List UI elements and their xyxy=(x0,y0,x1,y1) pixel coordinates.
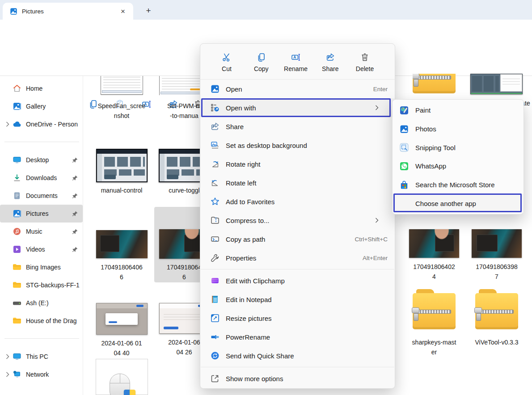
menu-item-rotate-left[interactable]: Rotate left xyxy=(200,173,395,192)
snipping-tool-icon xyxy=(399,143,409,152)
file-remap-2024-01-06-01-04-40[interactable]: 2024-01-06 01 04 40 xyxy=(93,303,151,358)
pin-icon xyxy=(70,228,79,235)
cut-quick-action[interactable]: Cut xyxy=(212,48,241,76)
quick-action-label: Rename xyxy=(284,65,308,72)
file-label: SpeedFan_scree xyxy=(98,101,146,111)
menu-item-open[interactable]: Open Enter xyxy=(200,80,395,98)
menu-item-show-more-options[interactable]: Show more options xyxy=(200,369,395,388)
sidebar-item-pictures[interactable]: Pictures xyxy=(0,205,83,223)
quick-action-label: Copy xyxy=(254,65,269,72)
new-tab-button[interactable]: + xyxy=(142,4,155,17)
delete-quick-action[interactable]: Delete xyxy=(350,48,380,76)
rotate-left-icon xyxy=(210,178,220,188)
file-screenshot-partial[interactable] xyxy=(469,74,523,94)
submenu-item-snipping-tool[interactable]: Snipping Tool xyxy=(393,138,524,157)
file-label: sharpkeys-mast xyxy=(412,337,456,347)
chevron-expand-icon[interactable] xyxy=(6,372,9,377)
star-icon xyxy=(210,197,220,206)
menu-divider xyxy=(201,269,394,269)
close-icon[interactable]: × xyxy=(118,7,128,16)
file-label: 170491806402 xyxy=(413,262,455,272)
copy-icon xyxy=(256,52,266,62)
submenu-item-photos[interactable]: Photos xyxy=(393,120,524,139)
file-photo-1704918063987[interactable]: 170491806398 7 xyxy=(468,229,526,282)
menu-item-send-with-quick-share[interactable]: Send with Quick Share xyxy=(200,346,395,365)
sidebar-item-documents[interactable]: Documents xyxy=(0,187,83,205)
file-label: 4 xyxy=(413,272,455,282)
sidebar-item-gallery[interactable]: Gallery xyxy=(0,97,83,115)
file-manual-control[interactable]: manual-control xyxy=(93,149,151,195)
file-zip-partial[interactable] xyxy=(413,74,456,95)
file-label: 170491806406 xyxy=(101,262,142,272)
store-icon xyxy=(399,180,409,190)
pin-icon xyxy=(70,210,79,217)
menu-item-share[interactable]: Share xyxy=(200,117,395,136)
plus-icon: + xyxy=(146,6,151,16)
chevron-expand-icon[interactable] xyxy=(6,354,9,359)
sidebar-item-music[interactable]: Music xyxy=(0,223,83,240)
tab-bar: Pictures × + xyxy=(0,0,532,20)
sidebar-item-downloads[interactable]: Downloads xyxy=(0,169,83,187)
sidebar-item-this-pc[interactable]: This PC xyxy=(0,348,83,366)
file-photo-1704918064066[interactable]: 170491806406 6 xyxy=(93,230,151,282)
tab-title: Pictures xyxy=(22,8,118,15)
menu-item-properties[interactable]: Properties Alt+Enter xyxy=(200,248,395,267)
menu-item-copy-as-path[interactable]: Copy as path Ctrl+Shift+C xyxy=(200,230,395,248)
home-icon xyxy=(13,84,21,93)
sidebar-item-network[interactable]: Network xyxy=(0,366,83,383)
clipchamp-icon xyxy=(210,276,220,286)
sidebar-item-desktop[interactable]: Desktop xyxy=(0,151,83,169)
sidebar-item-onedrive[interactable]: OneDrive - Person xyxy=(0,115,83,133)
sidebar-item-ash-drive[interactable]: Ash (E:) xyxy=(0,294,83,312)
sidebar-item-stg-backups[interactable]: STG-backups-FF-1 xyxy=(0,276,83,294)
menu-item-edit-with-clipchamp[interactable]: Edit with Clipchamp xyxy=(200,271,395,290)
submenu-item-whatsapp[interactable]: WhatsApp xyxy=(393,157,524,176)
onedrive-icon xyxy=(13,120,21,129)
menu-item-rotate-right[interactable]: Rotate right xyxy=(200,155,395,173)
submenu-item-search-microsoft-store[interactable]: Search the Microsoft Store xyxy=(393,176,524,194)
submenu-item-choose-another-app[interactable]: Choose another app xyxy=(393,194,524,213)
pin-icon xyxy=(70,246,79,253)
file-label: 6 xyxy=(167,272,202,282)
copy-quick-action[interactable]: Copy xyxy=(246,48,276,76)
menu-item-set-as-desktop-background[interactable]: Set as desktop background xyxy=(200,136,395,155)
file-speedfan-screenshot[interactable]: SpeedFan_scree nshot xyxy=(93,76,151,121)
menu-item-powerrename[interactable]: PowerRename xyxy=(200,328,395,346)
file-photo-1704918064024[interactable]: 170491806402 4 xyxy=(405,229,463,282)
rename-quick-action[interactable]: Rename xyxy=(281,48,311,76)
menu-item-edit-in-notepad[interactable]: Edit in Notepad xyxy=(200,290,395,309)
this-pc-icon xyxy=(13,352,21,361)
file-label: 7 xyxy=(476,272,517,282)
sidebar-item-videos[interactable]: Videos xyxy=(0,240,83,258)
file-label: 2024-01-06 01 xyxy=(101,338,142,348)
submenu-chevron-icon xyxy=(372,215,382,225)
file-zip-sharpkeys-master[interactable]: sharpkeys-mast er xyxy=(405,289,463,357)
menu-item-compress-to[interactable]: Compress to... xyxy=(200,211,395,230)
paint-icon xyxy=(399,105,409,115)
context-menu: Cut Copy Rename Share Delete Open Enter … xyxy=(200,43,395,389)
menu-divider xyxy=(201,367,394,367)
submenu-item-paint[interactable]: Paint xyxy=(393,101,524,120)
file-label: 1704918064 xyxy=(167,262,202,272)
pictures-icon xyxy=(13,209,21,218)
quick-action-label: Delete xyxy=(356,65,374,72)
file-sharpkeys-icon[interactable]: × xyxy=(96,359,148,395)
sidebar-item-bing-images[interactable]: Bing Images xyxy=(0,258,83,276)
menu-item-open-with[interactable]: Open with xyxy=(200,98,395,117)
open-with-icon xyxy=(210,103,220,113)
photos-icon xyxy=(399,124,409,134)
file-zip-vivetool[interactable]: ViVeTool-v0.3.3 xyxy=(468,289,526,347)
tab-pictures[interactable]: Pictures × xyxy=(3,3,133,20)
show-more-icon xyxy=(210,374,220,383)
sidebar-item-house-of-the-dragon[interactable]: House of the Drag xyxy=(0,312,83,330)
sidebar-item-home[interactable]: Home xyxy=(0,80,83,97)
shortcut-label: Ctrl+Shift+C xyxy=(355,236,388,243)
menu-item-add-to-favorites[interactable]: Add to Favorites xyxy=(200,192,395,211)
file-label: 04 26 xyxy=(168,347,200,357)
menu-item-resize-pictures[interactable]: Resize pictures xyxy=(200,309,395,328)
pictures-icon xyxy=(10,8,17,15)
rotate-right-icon xyxy=(210,159,220,169)
share-quick-action[interactable]: Share xyxy=(316,48,345,76)
chevron-expand-icon[interactable] xyxy=(6,122,9,127)
music-icon xyxy=(13,227,21,236)
